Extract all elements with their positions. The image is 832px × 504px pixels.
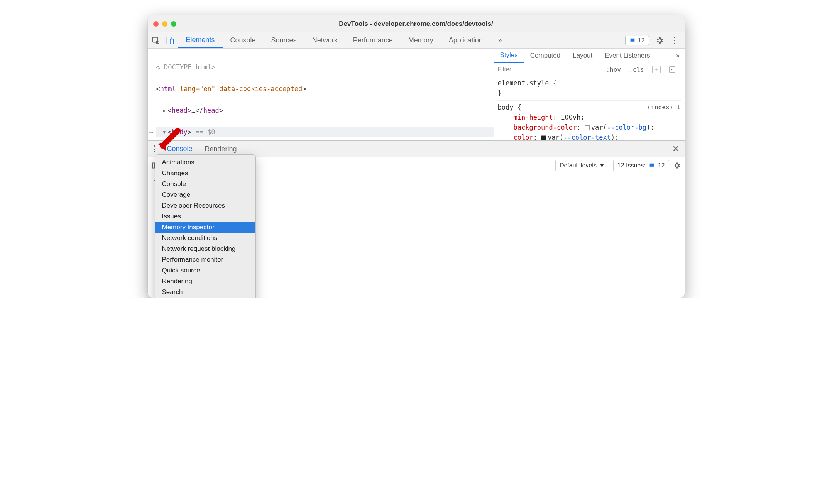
dom-body-selected[interactable]: ⋯<body> == $0 — [156, 127, 494, 137]
menu-item-coverage[interactable]: Coverage — [155, 189, 255, 200]
styles-tabs-overflow-icon[interactable]: » — [671, 49, 684, 63]
tab-elements[interactable]: Elements — [178, 32, 223, 48]
issues-badge[interactable]: 12 — [625, 36, 649, 45]
tab-application[interactable]: Application — [441, 32, 490, 48]
main-toolbar: Elements Console Sources Network Perform… — [148, 32, 685, 49]
inspect-element-icon[interactable] — [152, 36, 160, 45]
tabs-overflow-icon[interactable]: » — [490, 32, 510, 48]
svg-rect-2 — [170, 39, 173, 44]
tab-sources[interactable]: Sources — [264, 32, 304, 48]
log-level-selector[interactable]: Default levels▼ — [555, 160, 609, 171]
tab-memory[interactable]: Memory — [401, 32, 441, 48]
menu-item-search[interactable]: Search — [155, 287, 255, 298]
menu-item-developer-resources[interactable]: Developer Resources — [155, 200, 255, 211]
styles-filter-input[interactable] — [494, 63, 602, 76]
dom-head[interactable]: <head>…</head> — [156, 105, 494, 116]
tab-console[interactable]: Console — [223, 32, 264, 48]
console-settings-icon[interactable] — [673, 162, 681, 169]
tab-performance[interactable]: Performance — [345, 32, 401, 48]
issues-button[interactable]: 12 Issues: 12 — [613, 160, 669, 171]
tab-network[interactable]: Network — [304, 32, 345, 48]
hov-toggle[interactable]: :hov — [602, 63, 625, 76]
chat-icon — [629, 37, 636, 44]
drawer-more-tools-button[interactable]: ⋮ — [148, 144, 161, 154]
styles-tab-layout[interactable]: Layout — [567, 49, 599, 63]
svg-rect-3 — [670, 67, 675, 73]
menu-item-console[interactable]: Console — [155, 179, 255, 189]
menu-item-changes[interactable]: Changes — [155, 168, 255, 179]
window-title: DevTools - developer.chrome.com/docs/dev… — [148, 20, 685, 28]
kebab-menu-icon[interactable]: ⋮ — [670, 35, 679, 46]
menu-item-network-conditions[interactable]: Network conditions — [155, 233, 255, 244]
menu-item-performance-monitor[interactable]: Performance monitor — [155, 254, 255, 265]
elements-panel: <!DOCTYPE html> <html lang="en" data-coo… — [148, 49, 685, 140]
settings-icon[interactable] — [655, 36, 664, 45]
more-tools-menu: Animations Changes Console Coverage Deve… — [155, 154, 256, 298]
rule-source-link[interactable]: (index):1 — [647, 102, 681, 112]
dom-doctype: <!DOCTYPE html> — [156, 62, 494, 73]
styles-sidebar: Styles Computed Layout Event Listeners »… — [494, 49, 685, 140]
drawer-close-button[interactable]: ✕ — [667, 144, 685, 154]
new-style-rule-button[interactable]: + — [648, 63, 665, 76]
menu-item-memory-inspector[interactable]: Memory Inspector — [155, 222, 255, 233]
devtools-window: DevTools - developer.chrome.com/docs/dev… — [148, 15, 685, 298]
menu-item-animations[interactable]: Animations — [155, 157, 255, 168]
device-toggle-icon[interactable] — [166, 36, 174, 45]
dom-html[interactable]: <html lang="en" data-cookies-accepted> — [156, 83, 494, 94]
menu-item-rendering[interactable]: Rendering — [155, 276, 255, 287]
main-tabs: Elements Console Sources Network Perform… — [178, 32, 510, 48]
menu-item-network-request-blocking[interactable]: Network request blocking — [155, 244, 255, 254]
styles-tab-computed[interactable]: Computed — [524, 49, 567, 63]
styles-tab-styles[interactable]: Styles — [494, 49, 524, 63]
menu-item-quick-source[interactable]: Quick source — [155, 265, 255, 276]
menu-item-issues[interactable]: Issues — [155, 211, 255, 222]
dom-tree[interactable]: <!DOCTYPE html> <html lang="en" data-coo… — [148, 49, 494, 140]
computed-sidebar-toggle-icon[interactable] — [665, 63, 680, 76]
styles-tab-event-listeners[interactable]: Event Listeners — [599, 49, 656, 63]
titlebar: DevTools - developer.chrome.com/docs/dev… — [148, 15, 685, 32]
style-rules[interactable]: element.style { } (index):1 body { min-h… — [494, 76, 685, 140]
cls-toggle[interactable]: .cls — [625, 63, 648, 76]
